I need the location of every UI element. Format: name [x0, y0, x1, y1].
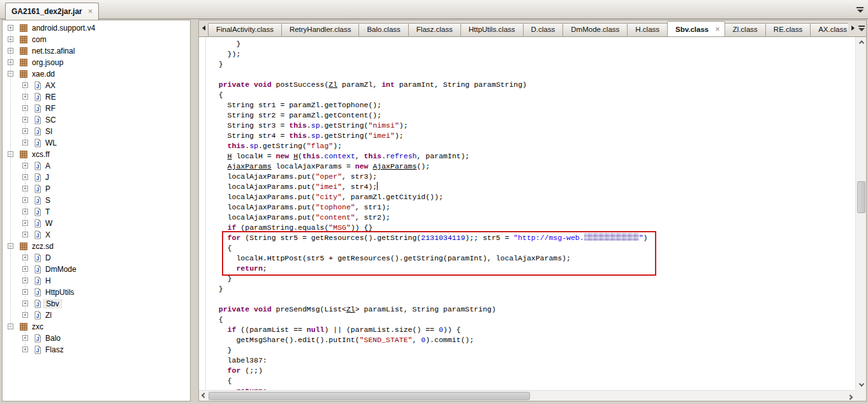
tree-item-sc[interactable]: +JSC — [3, 114, 190, 126]
tree-guide-line — [25, 329, 26, 352]
java-class-icon: J — [33, 219, 42, 228]
code-editor[interactable]: } }); } private void postSuccess(Zl para… — [199, 37, 855, 390]
tab-dmmode-class[interactable]: DmMode.class — [563, 23, 628, 36]
scroll-up-button[interactable] — [856, 37, 867, 47]
code-line: String str3 = this.sp.getString("nimsi")… — [210, 121, 855, 131]
tab-label: H.class — [635, 26, 659, 33]
tab-label: HttpUtils.class — [469, 26, 515, 33]
tree-item-dmmode[interactable]: +JDmMode — [3, 264, 190, 275]
tab-zl-class[interactable]: Zl.class — [725, 23, 766, 36]
tree-item-label: H — [43, 276, 53, 285]
tree-item-t[interactable]: +JT — [3, 206, 190, 218]
code-token: } — [210, 346, 232, 354]
scroll-down-button[interactable] — [856, 380, 867, 390]
tree-item-rf[interactable]: +JRF — [3, 103, 190, 114]
tree-item-xae-dd[interactable]: −xae.dd — [3, 68, 190, 80]
tab-retryhandler-class[interactable]: RetryHandler.class — [281, 23, 360, 36]
svg-text:J: J — [36, 106, 39, 112]
java-class-icon: J — [33, 253, 42, 262]
tree-item-ax[interactable]: +JAX — [3, 80, 190, 91]
tab-balo-class[interactable]: Balo.class — [358, 23, 408, 36]
tree-item-d[interactable]: +JD — [3, 252, 190, 264]
code-line: localAjaxParams.put("city", paramZl.getC… — [210, 192, 855, 202]
tree-item-si[interactable]: +JSI — [3, 126, 190, 137]
tab-httputils-class[interactable]: HttpUtils.class — [460, 23, 524, 36]
tree-item-wl[interactable]: +JWL — [3, 137, 190, 149]
close-icon[interactable]: × — [715, 26, 720, 33]
tree-item-p[interactable]: +JP — [3, 183, 190, 195]
tree-item-a[interactable]: +JA — [3, 160, 190, 172]
tab-list-button[interactable] — [857, 20, 866, 36]
tree-guide-line — [25, 76, 26, 145]
tree-item-label: SC — [43, 116, 58, 124]
tree-item-label: Sbv — [43, 299, 62, 308]
scroll-tabs-left-button[interactable] — [199, 20, 208, 36]
tree-item-label: T — [43, 207, 52, 216]
svg-text:J: J — [36, 94, 39, 101]
code-line: this.sp.getString("flag"); — [210, 141, 855, 151]
svg-text:J: J — [36, 301, 39, 308]
code-token: ).commit(); — [425, 336, 474, 344]
tree-item-s[interactable]: +JS — [3, 195, 190, 206]
close-icon[interactable]: × — [88, 8, 93, 15]
tree-item-sbv[interactable]: +JSbv — [3, 298, 190, 310]
tab-h-class[interactable]: H.class — [627, 23, 668, 36]
tree-item-balo[interactable]: +JBalo — [3, 333, 190, 344]
tree-item-re[interactable]: +JRE — [3, 91, 190, 103]
scroll-left-button[interactable] — [199, 391, 209, 401]
tree-item-j[interactable]: +JJ — [3, 172, 190, 183]
tree-item-zl[interactable]: +JZl — [3, 310, 190, 321]
tree-item-label: J — [43, 173, 51, 182]
tree-item-flasz[interactable]: +JFlasz — [3, 344, 190, 355]
vertical-scrollbar-thumb[interactable] — [857, 181, 865, 213]
tree-item-label: xae.dd — [30, 70, 57, 79]
scroll-right-button[interactable] — [845, 391, 855, 401]
horizontal-scrollbar[interactable] — [199, 390, 855, 401]
tree-item-xcs-ff[interactable]: −xcs.ff — [3, 149, 190, 160]
horizontal-scrollbar-thumb[interactable] — [209, 392, 530, 400]
tree-item-org-jsoup[interactable]: +org.jsoup — [3, 57, 190, 68]
code-token: ; — [263, 264, 267, 273]
code-line: getMsgShare().edit().putInt("SEND_STATE"… — [210, 335, 855, 345]
svg-text:J: J — [36, 129, 39, 135]
code-line: label387: — [210, 355, 855, 366]
jar-tab[interactable]: GA2161_dex2jar.jar × — [5, 3, 99, 20]
java-class-icon: J — [33, 276, 42, 285]
tab-re-class[interactable]: RE.class — [765, 23, 811, 36]
tree-item-w[interactable]: +JW — [3, 218, 190, 229]
code-token: )) {} — [351, 223, 373, 232]
tab-sbv-class[interactable]: Sbv.class× — [667, 21, 725, 36]
tree-guide-line — [10, 29, 11, 328]
code-token: ); — [395, 131, 404, 140]
scroll-tabs-right-button[interactable] — [848, 20, 857, 36]
code-token: } — [210, 285, 223, 293]
code-token: { — [210, 377, 232, 385]
tab-flasz-class[interactable]: Flasz.class — [408, 23, 461, 36]
tree-item-android-support-v4[interactable]: +android.support.v4 — [3, 22, 190, 34]
tab-list-icon[interactable] — [857, 7, 864, 13]
tree-item-x[interactable]: +JX — [3, 229, 190, 241]
code-token: null — [307, 325, 325, 334]
svg-text:J: J — [36, 336, 39, 342]
code-line: AjaxParams localAjaxParams = new AjaxPar… — [210, 161, 855, 172]
tab-ax-class[interactable]: AX.class — [810, 23, 848, 36]
vertical-scrollbar[interactable] — [855, 37, 866, 390]
tree-item-com[interactable]: +com — [3, 34, 190, 45]
code-token: label387: — [210, 356, 267, 364]
code-token — [210, 234, 228, 242]
java-class-icon: J — [33, 161, 42, 170]
tab-finalactivity-class[interactable]: FinalActivity.class — [208, 23, 282, 36]
tab-label: D.class — [531, 26, 555, 33]
tree-item-zcz-sd[interactable]: −zcz.sd — [3, 241, 190, 252]
code-line: localAjaxParams.put("tophone", str1); — [210, 202, 855, 213]
svg-text:J: J — [36, 186, 39, 193]
code-token: ); — [399, 121, 408, 130]
tab-d-class[interactable]: D.class — [523, 23, 564, 36]
svg-text:J: J — [36, 221, 39, 227]
tree-item-net-tsz-afinal[interactable]: +net.tsz.afinal — [3, 45, 190, 57]
tree-item-zxc[interactable]: −zxc — [3, 321, 190, 333]
tree-item-httputils[interactable]: +JHttpUtils — [3, 287, 190, 298]
tree-item-h[interactable]: +JH — [3, 275, 190, 287]
code-token: String str1 = paramZl.getTophone(); — [210, 101, 381, 109]
code-token: void — [254, 80, 272, 89]
